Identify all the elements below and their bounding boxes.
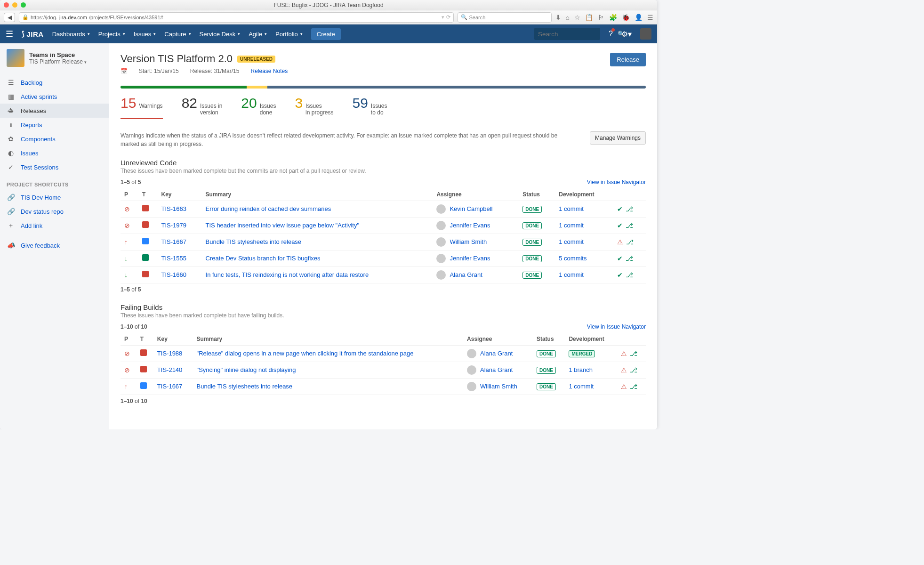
nav-portfolio[interactable]: Portfolio [275, 31, 303, 38]
minimize-window-button[interactable] [12, 2, 17, 8]
issue-key-link[interactable]: TIS-1555 [161, 255, 186, 262]
assignee-link[interactable]: Alana Grant [480, 350, 513, 357]
reader-icon[interactable]: ▾ [442, 14, 444, 20]
col-key[interactable]: Key [153, 333, 193, 346]
sidebar-item-releases[interactable]: ⛴Releases [0, 104, 109, 118]
issue-summary-link[interactable]: "Release" dialog opens in a new page whe… [197, 350, 414, 357]
nav-projects[interactable]: Projects [98, 31, 125, 38]
user-avatar[interactable] [640, 28, 651, 40]
download-icon[interactable]: ⬇ [555, 14, 561, 21]
sidebar-item-reports[interactable]: ⫾Reports [0, 118, 109, 132]
stat-issues[interactable]: 20Issuesdone [241, 95, 276, 119]
assignee-link[interactable]: William Smith [450, 238, 487, 245]
sidebar-item-issues[interactable]: ◐Issues [0, 146, 109, 160]
assignee-link[interactable]: Kevin Campbell [450, 205, 492, 212]
close-window-button[interactable] [4, 2, 9, 8]
col-development[interactable]: Development [565, 333, 617, 346]
assignee-avatar[interactable] [436, 270, 446, 280]
give-feedback[interactable]: 📣 Give feedback [0, 238, 109, 252]
clipboard-icon[interactable]: 📋 [585, 14, 593, 21]
sidebar-item-active-sprints[interactable]: ▥Active sprints [0, 89, 109, 104]
flag-icon[interactable]: 🏳 [598, 14, 604, 21]
dev-link[interactable]: 1 commit [569, 383, 594, 390]
jira-search-input[interactable] [538, 31, 618, 38]
shortcut-add-link[interactable]: +Add link [0, 218, 109, 233]
bug-icon[interactable]: 🐞 [622, 14, 630, 21]
col-p[interactable]: P [121, 188, 138, 201]
star-icon[interactable]: ☆ [574, 14, 580, 21]
assignee-avatar[interactable] [436, 237, 446, 247]
settings-icon[interactable]: ⚙▾ [621, 30, 632, 39]
app-switcher-icon[interactable]: ☰ [6, 29, 13, 39]
stat-warnings[interactable]: 15Warnings [121, 95, 163, 119]
home-icon[interactable]: ⌂ [566, 14, 570, 21]
person-icon[interactable]: 👤 [635, 14, 643, 21]
issue-summary-link[interactable]: In func tests, TIS reindexing is not wor… [206, 271, 369, 278]
sidebar-item-test-sessions[interactable]: ✓Test Sessions [0, 160, 109, 174]
jira-search[interactable]: 🔍 [534, 28, 600, 40]
col-t[interactable]: T [138, 188, 158, 201]
assignee-link[interactable]: Alana Grant [480, 366, 513, 373]
dev-link[interactable]: 1 commit [559, 238, 584, 245]
back-button[interactable]: ◀ [4, 13, 15, 22]
assignee-avatar[interactable] [467, 382, 476, 391]
view-navigator-link[interactable]: View in Issue Navigator [587, 179, 646, 186]
shortcut-dev-status-repo[interactable]: 🔗Dev status repo [0, 204, 109, 218]
assignee-avatar[interactable] [467, 365, 476, 375]
menu-icon[interactable]: ☰ [647, 14, 653, 21]
issue-summary-link[interactable]: Error during reindex of cached dev summa… [206, 205, 331, 212]
issue-key-link[interactable]: TIS-1663 [161, 205, 186, 212]
col-status[interactable]: Status [533, 333, 565, 346]
view-navigator-link[interactable]: View in Issue Navigator [587, 323, 646, 330]
col-key[interactable]: Key [158, 188, 202, 201]
url-bar[interactable]: 🔒 https://jdog.jira-dev.com/projects/FUS… [19, 12, 454, 23]
help-icon[interactable]: ? [609, 30, 613, 38]
create-button[interactable]: Create [311, 28, 341, 40]
assignee-avatar[interactable] [436, 221, 446, 230]
dev-link[interactable]: 1 commit [559, 271, 584, 278]
project-icon[interactable] [7, 49, 24, 67]
jira-logo[interactable]: ⟆JIRA [22, 30, 44, 38]
issue-summary-link[interactable]: "Syncing" inline dialog not displaying [197, 366, 296, 373]
manage-warnings-button[interactable]: Manage Warnings [590, 131, 646, 145]
issue-key-link[interactable]: TIS-1988 [157, 350, 182, 357]
col-summary[interactable]: Summary [193, 333, 464, 346]
issue-summary-link[interactable]: Bundle TIS stylesheets into release [206, 238, 302, 245]
dev-link[interactable]: 5 commits [559, 255, 587, 262]
issue-summary-link[interactable]: Bundle TIS stylesheets into release [197, 383, 293, 390]
sidebar-item-backlog[interactable]: ☰Backlog [0, 75, 109, 89]
browser-search[interactable]: 🔍 Search [458, 12, 552, 23]
nav-agile[interactable]: Agile [249, 31, 267, 38]
issue-key-link[interactable]: TIS-1667 [157, 383, 182, 390]
puzzle-icon[interactable]: 🧩 [609, 14, 617, 21]
issue-key-link[interactable]: TIS-1979 [161, 222, 186, 229]
dev-link[interactable]: 1 commit [559, 222, 584, 229]
assignee-avatar[interactable] [436, 254, 446, 263]
issue-summary-link[interactable]: TIS header inserted into view issue page… [206, 222, 359, 229]
assignee-link[interactable]: William Smith [480, 383, 517, 390]
issue-summary-link[interactable]: Create Dev Status branch for TIS bugfixe… [206, 255, 321, 262]
issue-key-link[interactable]: TIS-1660 [161, 271, 186, 278]
col-assignee[interactable]: Assignee [433, 188, 519, 201]
nav-issues[interactable]: Issues [134, 31, 156, 38]
col-development[interactable]: Development [555, 188, 613, 201]
col-t[interactable]: T [137, 333, 153, 346]
assignee-avatar[interactable] [467, 349, 476, 358]
nav-capture[interactable]: Capture [164, 31, 191, 38]
nav-dashboards[interactable]: Dashboards [52, 31, 90, 38]
dev-link[interactable]: 1 branch [569, 366, 593, 373]
assignee-link[interactable]: Alana Grant [450, 271, 482, 278]
stat-issues[interactable]: 59Issuesto do [352, 95, 387, 119]
col-assignee[interactable]: Assignee [463, 333, 533, 346]
col-summary[interactable]: Summary [202, 188, 433, 201]
assignee-link[interactable]: Jennifer Evans [450, 255, 490, 262]
issue-key-link[interactable]: TIS-2140 [157, 366, 182, 373]
stat-issues in[interactable]: 82Issues inversion [182, 95, 223, 119]
stat-issues[interactable]: 3Issuesin progress [295, 95, 333, 119]
release-notes-link[interactable]: Release Notes [250, 68, 288, 74]
release-button[interactable]: Release [610, 53, 646, 66]
shortcut-tis-dev-home[interactable]: 🔗TIS Dev Home [0, 190, 109, 204]
project-release-dropdown[interactable]: TIS Platform Release [29, 58, 87, 65]
maximize-window-button[interactable] [21, 2, 26, 8]
col-p[interactable]: P [121, 333, 137, 346]
